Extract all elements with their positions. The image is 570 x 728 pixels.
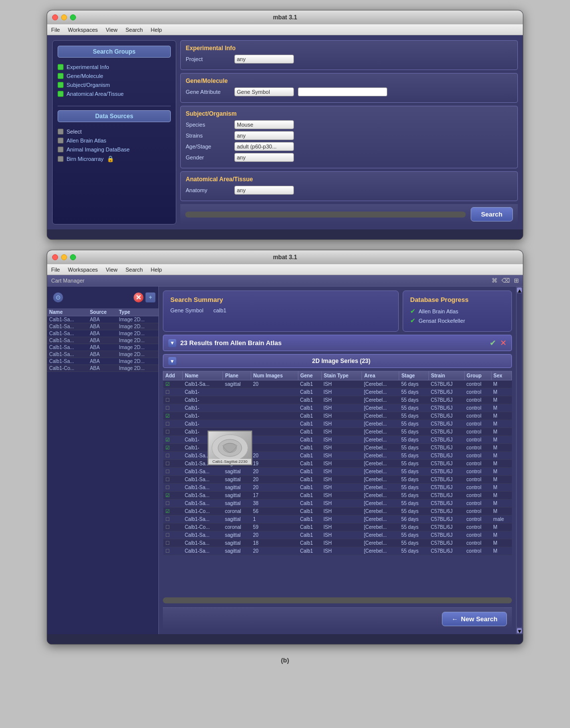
row-add-cell[interactable]: ☑ [163,436,183,444]
table-row[interactable]: ☑ Calb1- Calb1 ISH [Cerebel... 55 days C… [163,412,512,420]
row-add-cell[interactable]: ☐ [163,523,183,531]
row-add-cell[interactable]: ☑ [163,380,183,388]
age-stage-select[interactable]: adult (p60-p30... [234,142,294,151]
table-row[interactable]: ☑ Calb1-Co... coronal 56 Calb1 ISH [Cere… [163,508,512,515]
gene-attribute-select[interactable]: Gene Symbol [234,87,294,96]
table-row[interactable]: ☐ Calb1-Sa... sagittal 20 Calb1 ISH [Cer… [163,484,512,492]
cart-row[interactable]: Calb1-Sa... ABA Image 2D... [47,330,158,337]
cart-icon-grid[interactable]: ⊞ [514,277,519,284]
table-row[interactable]: ☐ Calb1-Sa... sagittal 20 Calb1 ISH [Cer… [163,547,512,555]
table-row[interactable]: ☐ Calb1- Calb1 ISH [Cerebel... 55 days C… [163,388,512,396]
row-add-cell[interactable]: ☐ [163,547,183,555]
row-add-cell[interactable]: ☐ [163,428,183,436]
gene-search-input[interactable] [298,87,387,96]
data-sources-button[interactable]: Data Sources [58,110,171,122]
datasource-item-aba[interactable]: Allen Brain Atlas [58,136,171,145]
datasource-item-birn[interactable]: Birn Microarray 🔒 [58,154,171,164]
strains-select[interactable]: any [234,131,294,140]
image-series-collapse-button[interactable]: ▼ [168,357,176,365]
cart-row[interactable]: Calb1-Co... ABA Image 2D... [47,365,158,372]
collapse-button[interactable]: ▼ [168,339,176,347]
row-add-cell[interactable]: ☑ [163,412,183,420]
horizontal-scrollbar-2[interactable] [163,597,512,603]
cart-row[interactable]: Calb1-Sa... ABA Image 2D... [47,344,158,351]
maximize-button-2[interactable] [70,254,76,260]
close-button-1[interactable] [52,14,58,20]
row-add-cell[interactable]: ☐ [163,468,183,476]
row-add-cell[interactable]: ☐ [163,404,183,412]
datasource-item-select[interactable]: Select [58,127,171,136]
vertical-scrollbar[interactable]: ▲ ▼ [516,287,523,634]
table-row[interactable]: ☐ Calb1-Sa... sagittal 20 Calb1 ISH [Cer… [163,468,512,476]
menu-view-1[interactable]: View [106,27,118,33]
table-row[interactable]: ☐ Calb1- Calb1 ISH [Cerebel... 55 days C… [163,396,512,404]
anatomy-select[interactable]: any [234,186,294,195]
group-item-gene[interactable]: Gene/Molecule [58,72,171,80]
group-item-anatomical[interactable]: Anatomical Area/Tissue [58,89,171,98]
row-add-cell[interactable]: ☐ [163,531,183,539]
table-row[interactable]: ☑ Calb1-Sa... sagittal 17 Calb1 ISH [Cer… [163,492,512,500]
table-row[interactable]: ☐ Calb1-Sa... sagittal 38 Calb1 ISH [Cer… [163,500,512,508]
gender-select[interactable]: any [234,153,294,162]
datasource-item-animal[interactable]: Animal Imaging DataBase [58,145,171,154]
row-plane-cell: sagittal [223,515,251,523]
table-row[interactable]: ☐ Calb1-Sa... sagittal 20 Calb1 ISH [Cer… [163,476,512,484]
cart-add-button[interactable]: + [145,292,155,302]
menu-workspaces-2[interactable]: Workspaces [68,267,98,273]
scroll-down-button[interactable]: ▼ [517,628,522,633]
table-row[interactable]: ☐ Calb1-Sa... sagittal 18 Calb1 ISH [Cer… [163,539,512,547]
group-item-subject[interactable]: Subject/Organism [58,80,171,89]
row-add-cell[interactable]: ☐ [163,388,183,396]
search-groups-button[interactable]: Search Groups [58,46,171,58]
cart-remove-button[interactable]: ✕ [134,292,143,302]
new-search-button[interactable]: ← New Search [442,612,507,626]
table-row[interactable]: ☐ Calb1-Co... coronal 59 Calb1 ISH [Cere… [163,523,512,531]
cart-icon-cmd[interactable]: ⌘ [492,277,498,284]
close-button-2[interactable] [52,254,58,260]
row-add-cell[interactable]: ☐ [163,500,183,508]
menu-search-2[interactable]: Search [126,267,143,273]
cart-row[interactable]: Calb1-Sa... ABA Image 2D... [47,323,158,330]
menu-view-2[interactable]: View [106,267,118,273]
table-row[interactable]: ☐ Calb1-Sa... sagittal 1 Calb1 ISH [Cere… [163,515,512,523]
table-row[interactable]: ☐ Calb1-Sa... sagittal 20 Calb1 ISH [Cer… [163,531,512,539]
results-close-icon[interactable]: ✕ [500,338,506,348]
horizontal-scrollbar-1[interactable] [185,212,466,218]
row-add-cell[interactable]: ☑ [163,444,183,452]
menu-help-1[interactable]: Help [151,27,162,33]
cart-icon-delete[interactable]: ⌫ [501,277,510,284]
menu-file-1[interactable]: File [51,27,60,33]
project-select[interactable]: any [234,55,294,64]
row-add-cell[interactable]: ☐ [163,539,183,547]
menu-file-2[interactable]: File [51,267,60,273]
row-add-cell[interactable]: ☐ [163,460,183,468]
maximize-button-1[interactable] [70,14,76,20]
search-button[interactable]: Search [471,207,513,221]
table-row[interactable]: ☑ Calb1-Sa... sagittal 20 Calb1 ISH [Cer… [163,380,512,388]
minimize-button-1[interactable] [61,14,67,20]
table-row[interactable]: ☐ Calb1- Calb1 ISH [Cerebel... 55 days C… [163,404,512,412]
menu-help-2[interactable]: Help [151,267,162,273]
row-add-cell[interactable]: ☐ [163,396,183,404]
cart-row[interactable]: Calb1-Sa... ABA Image 2D... [47,358,158,365]
row-add-cell[interactable]: ☐ [163,420,183,428]
menu-workspaces-1[interactable]: Workspaces [68,27,98,33]
scroll-up-button[interactable]: ▲ [517,288,522,292]
row-add-cell[interactable]: ☐ [163,515,183,523]
row-add-cell[interactable]: ☐ [163,452,183,460]
species-select[interactable]: Mouse [234,120,294,129]
cart-row[interactable]: Calb1-Sa... ABA Image 2D... [47,337,158,344]
row-add-cell[interactable]: ☐ [163,484,183,492]
row-add-cell[interactable]: ☑ [163,492,183,500]
cart-row[interactable]: Calb1-Sa... ABA Image 2D... [47,316,158,323]
data-table-container[interactable]: Add Name Plane Num Images Gene Stain Typ… [163,371,512,593]
menu-search-1[interactable]: Search [126,27,143,33]
row-group-cell: control [464,539,491,547]
minimize-button-2[interactable] [61,254,67,260]
group-item-experimental[interactable]: Experimental Info [58,63,171,72]
cart-row[interactable]: Calb1-Sa... ABA Image 2D... [47,351,158,358]
row-add-cell[interactable]: ☐ [163,476,183,484]
row-add-cell[interactable]: ☑ [163,508,183,515]
cart-back-button[interactable]: ⊙ [53,292,63,302]
table-row[interactable]: ☐ Calb1- Calb1 ISH [Cerebel... 55 days C… [163,420,512,428]
